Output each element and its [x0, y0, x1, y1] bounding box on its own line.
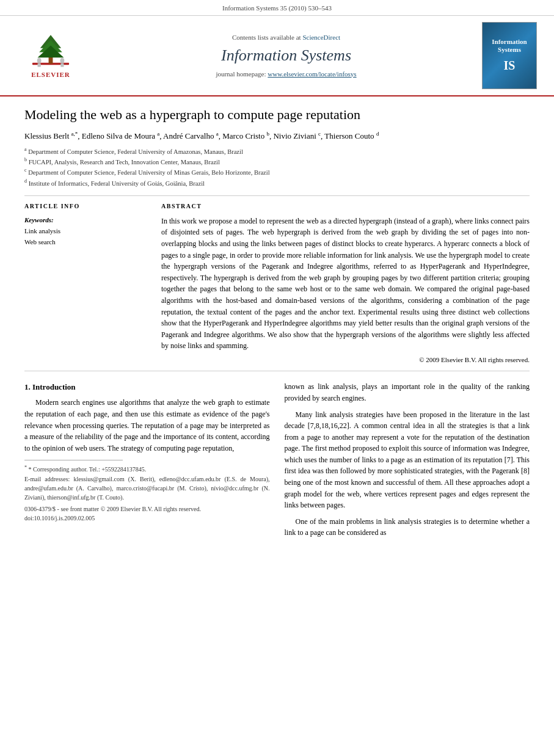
intro-para-3: Many link analysis strategies have been …: [285, 409, 530, 511]
intro-para-4: One of the main problems in link analysi…: [285, 516, 530, 539]
article-info-col: ARTICLE INFO Keywords: Link analysis Web…: [24, 202, 147, 365]
article-info-label: ARTICLE INFO: [24, 202, 147, 211]
copyright-line: © 2009 Elsevier B.V. All rights reserved…: [161, 355, 530, 365]
cover-is-letters: IS: [504, 57, 516, 74]
affiliation-d: d Institute of Informatics, Federal Univ…: [24, 178, 530, 188]
affiliations: a Department of Computer Science, Federa…: [24, 146, 530, 188]
keywords-label: Keywords:: [24, 216, 147, 225]
abstract-label: ABSTRACT: [161, 202, 530, 211]
svg-rect-8: [60, 63, 64, 67]
body-col-right: known as link analysis, plays an importa…: [285, 381, 530, 543]
svg-rect-6: [38, 63, 41, 67]
journal-title: Information Systems: [90, 45, 482, 67]
page: Information Systems 35 (2010) 530–543: [0, 0, 554, 756]
divider-1: [24, 195, 530, 196]
svg-point-7: [60, 58, 64, 64]
svg-point-5: [37, 58, 42, 64]
footnote-issn: 0306-4379/$ - see front matter © 2009 El…: [24, 504, 270, 514]
abstract-text: In this work we propose a model to repre…: [161, 216, 530, 352]
divider-2: [24, 371, 530, 371]
journal-header-center: Contents lists available at ScienceDirec…: [90, 33, 482, 79]
journal-header: ELSEVIER Contents lists available at Sci…: [0, 16, 554, 96]
keyword-2: Web search: [24, 237, 147, 248]
journal-citation: Information Systems 35 (2010) 530–543: [222, 4, 332, 12]
article-info-abstract: ARTICLE INFO Keywords: Link analysis Web…: [24, 202, 530, 365]
main-content: Modeling the web as a hypergraph to comp…: [0, 96, 554, 556]
cover-title: InformationSystems: [492, 38, 527, 54]
keywords-list: Link analysis Web search: [24, 226, 147, 247]
top-bar: Information Systems 35 (2010) 530–543: [0, 0, 554, 16]
journal-cover-box: InformationSystems IS: [482, 22, 537, 89]
elsevier-logo: ELSEVIER: [11, 32, 90, 79]
journal-cover: InformationSystems IS: [482, 22, 543, 89]
body-col-left: 1. Introduction Modern search engines us…: [24, 381, 270, 543]
footnotes: * * Corresponding author. Tel.: +5592284…: [24, 464, 270, 522]
elsevier-tree-icon: [26, 32, 75, 69]
footnote-divider: [24, 460, 123, 460]
journal-homepage: journal homepage: www.elsevier.com/locat…: [90, 70, 482, 79]
keyword-1: Link analysis: [24, 226, 147, 237]
authors: Klessius Berlt a,*, Edleno Silva de Mour…: [24, 130, 530, 142]
contents-line: Contents lists available at ScienceDirec…: [90, 33, 482, 42]
affiliation-b: b FUCAPI, Analysis, Research and Tech, I…: [24, 156, 530, 167]
footnote-corresponding: * * Corresponding author. Tel.: +5592284…: [24, 464, 270, 474]
article-title: Modeling the web as a hypergraph to comp…: [24, 106, 530, 124]
affiliation-a: a Department of Computer Science, Federa…: [24, 146, 530, 156]
body-section: 1. Introduction Modern search engines us…: [24, 381, 530, 543]
elsevier-wordmark: ELSEVIER: [31, 70, 70, 79]
homepage-url[interactable]: www.elsevier.com/locate/infosys: [268, 70, 356, 78]
affiliation-c: c Department of Computer Science, Federa…: [24, 167, 530, 177]
footnote-doi: doi:10.1016/j.is.2009.02.005: [24, 514, 270, 523]
elsevier-logo-section: ELSEVIER: [11, 32, 90, 79]
abstract-col: ABSTRACT In this work we propose a model…: [161, 202, 530, 365]
footnote-emails: E-mail addresses: klessius@gmail.com (X.…: [24, 474, 270, 502]
intro-para-2: known as link analysis, plays an importa…: [285, 381, 530, 404]
section-heading-intro: 1. Introduction: [24, 381, 270, 393]
intro-para-1: Modern search engines use algorithms tha…: [24, 397, 270, 454]
sciencedirect-link[interactable]: ScienceDirect: [302, 34, 340, 41]
